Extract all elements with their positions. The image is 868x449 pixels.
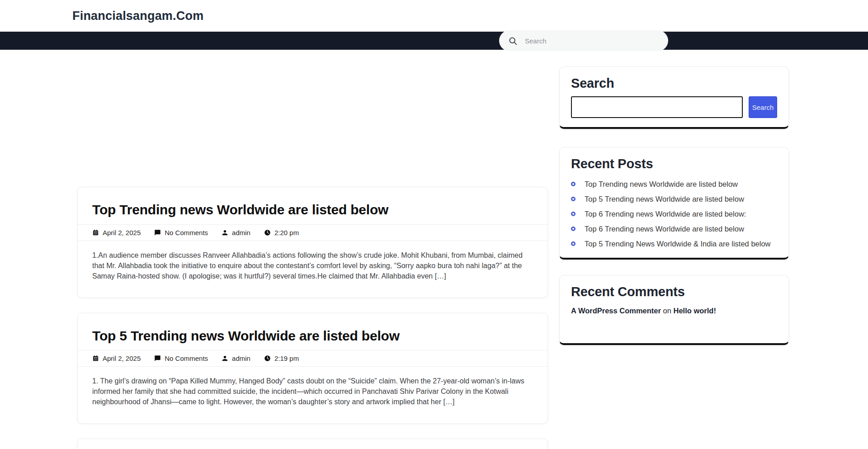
list-item: Top 5 Trending News Worldwide & India ar… — [571, 239, 777, 249]
calendar-icon — [92, 355, 99, 362]
post-comments: No Comments — [154, 354, 208, 362]
post-meta: April 2, 2025 No Comments admin — [78, 350, 547, 367]
post-author: admin — [222, 229, 250, 236]
post-meta: April 2, 2025 No Comments admin — [78, 224, 547, 241]
nav-search-input[interactable] — [524, 37, 659, 45]
bullet-icon — [571, 227, 576, 231]
clock-icon — [264, 229, 271, 236]
post-date: April 2, 2025 — [92, 229, 141, 236]
recent-posts-widget: Recent Posts Top Trending news Worldwide… — [559, 147, 789, 260]
post-card: Top 6 Trending news Worldwide are listed… — [77, 439, 548, 449]
bullet-icon — [571, 182, 576, 186]
list-item: Top Trending news Worldwide are listed b… — [571, 180, 777, 189]
post-time-label: 2:19 pm — [274, 354, 299, 362]
post-time-label: 2:20 pm — [274, 229, 299, 236]
page-content: Top Trending news Worldwide are listed b… — [0, 50, 868, 449]
bullet-icon — [571, 241, 576, 246]
post-card: Top Trending news Worldwide are listed b… — [77, 187, 548, 298]
post-author-link[interactable]: admin — [232, 354, 250, 362]
search-icon — [508, 36, 518, 46]
post-date-label: April 2, 2025 — [103, 229, 141, 236]
main-nav — [0, 32, 868, 50]
author-icon — [222, 355, 228, 362]
comments-icon — [154, 355, 161, 362]
nav-search[interactable] — [499, 30, 668, 51]
post-excerpt: 1.An audience member discusses Ranveer A… — [92, 250, 533, 281]
recent-comments-heading: Recent Comments — [571, 284, 777, 299]
comment-connector: on — [663, 307, 671, 315]
sidebar-search-input[interactable] — [571, 96, 743, 118]
site-title[interactable]: Financialsangam.Com — [72, 9, 203, 23]
list-item: Top 6 Trending news Worldwide are listed… — [571, 224, 777, 234]
search-widget-heading: Search — [571, 76, 777, 91]
post-title[interactable]: Top Trending news Worldwide are listed b… — [92, 203, 533, 217]
recent-comments-widget: Recent Comments A WordPress Commenter on… — [559, 275, 789, 345]
site-header: Financialsangam.Com — [0, 0, 868, 32]
recent-post-link[interactable]: Top 5 Trending news Worldwide are listed… — [585, 195, 744, 203]
post-excerpt: 1. The girl’s drawing on “Papa Killed Mu… — [92, 376, 533, 407]
calendar-icon — [92, 229, 99, 236]
post-author: admin — [222, 354, 250, 362]
recent-post-link[interactable]: Top 5 Trending News Worldwide & India ar… — [585, 240, 771, 248]
sidebar-search-button[interactable]: Search — [749, 96, 777, 118]
search-widget: Search Search — [559, 66, 789, 129]
list-item: Top 6 Trending news Worldwide are listed… — [571, 209, 777, 219]
list-item: Top 5 Trending news Worldwide are listed… — [571, 194, 777, 204]
search-row: Search — [571, 96, 777, 118]
post-time: 2:19 pm — [264, 354, 299, 362]
recent-post-link[interactable]: Top Trending news Worldwide are listed b… — [585, 180, 738, 188]
recent-posts-heading: Recent Posts — [571, 156, 777, 171]
post-card: Top 5 Trending news Worldwide are listed… — [77, 313, 548, 424]
post-comments: No Comments — [154, 229, 208, 236]
post-time: 2:20 pm — [264, 229, 299, 236]
post-comments-link[interactable]: No Comments — [165, 229, 208, 236]
posts-column: Top Trending news Worldwide are listed b… — [77, 187, 548, 449]
recent-comment: A WordPress Commenter on Hello world! — [571, 307, 777, 315]
post-author-link[interactable]: admin — [232, 229, 250, 236]
author-icon — [222, 229, 228, 236]
sidebar: Search Search Recent Posts Top Trending … — [559, 66, 789, 363]
post-comments-link[interactable]: No Comments — [165, 354, 208, 362]
bullet-icon — [571, 197, 576, 201]
recent-posts-list: Top Trending news Worldwide are listed b… — [571, 180, 777, 249]
post-title[interactable]: Top 5 Trending news Worldwide are listed… — [92, 329, 533, 343]
comments-icon — [154, 229, 161, 236]
clock-icon — [264, 355, 271, 362]
comment-post-link[interactable]: Hello world! — [674, 307, 716, 315]
comment-author-link[interactable]: A WordPress Commenter — [571, 307, 661, 315]
recent-post-link[interactable]: Top 6 Trending news Worldwide are listed… — [585, 210, 746, 218]
post-date-label: April 2, 2025 — [103, 354, 141, 362]
post-date: April 2, 2025 — [92, 354, 141, 362]
bullet-icon — [571, 212, 576, 216]
recent-post-link[interactable]: Top 6 Trending news Worldwide are listed… — [585, 225, 744, 233]
